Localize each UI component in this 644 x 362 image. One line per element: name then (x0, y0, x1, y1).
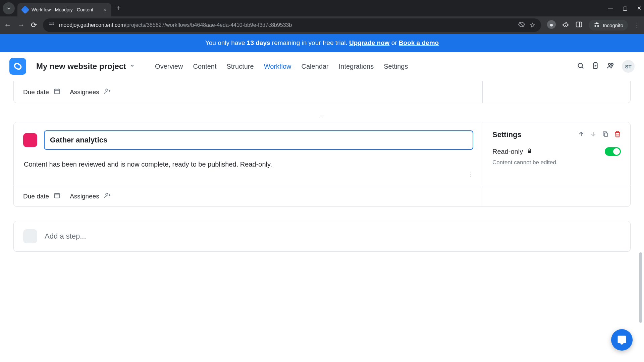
svg-rect-22 (528, 150, 531, 153)
previous-step-card-bottom: Due date Assignees (13, 81, 631, 103)
add-step-placeholder: Add a step... (45, 232, 86, 241)
move-down-button[interactable] (590, 131, 597, 139)
resize-grip-icon[interactable]: ⋰ (467, 171, 474, 178)
drag-handle-icon[interactable]: ═ (13, 113, 631, 119)
incognito-badge[interactable]: Incognito (589, 20, 628, 31)
tab-integrations[interactable]: Integrations (339, 63, 374, 70)
svg-point-2 (53, 22, 53, 23)
readonly-label: Read-only (492, 148, 523, 156)
bookmark-icon[interactable]: ☆ (530, 21, 536, 29)
due-date-label: Due date (23, 193, 49, 200)
new-tab-button[interactable]: + (117, 4, 121, 12)
svg-point-11 (611, 63, 613, 65)
close-window-button[interactable]: ✕ (637, 5, 641, 11)
step-title-input[interactable] (44, 130, 473, 150)
placeholder-color-chip (23, 229, 37, 243)
lock-icon (527, 148, 532, 155)
add-assignee-icon[interactable] (104, 88, 111, 96)
calendar-icon[interactable] (54, 88, 60, 96)
sidepanel-icon[interactable] (575, 21, 583, 30)
assignees-label: Assignees (70, 193, 99, 200)
vertical-scrollbar[interactable] (638, 92, 643, 359)
svg-point-16 (106, 89, 108, 91)
content-area: Due date Assignees ═ (0, 81, 644, 272)
step-description-textarea[interactable]: Content has been reviewed and is now com… (23, 159, 473, 178)
duplicate-button[interactable] (602, 131, 609, 139)
tab-calendar[interactable]: Calendar (302, 63, 329, 70)
back-button[interactable]: ← (4, 21, 11, 29)
maximize-button[interactable]: ▢ (623, 5, 628, 11)
browser-menu-icon[interactable]: ⋮ (634, 21, 640, 29)
due-date-label: Due date (23, 88, 49, 96)
tab-search-button[interactable] (3, 2, 15, 14)
address-bar[interactable]: moodjoy.gathercontent.com/projects/38582… (43, 18, 541, 32)
settings-heading: Settings (492, 130, 573, 139)
forward-button[interactable]: → (17, 21, 25, 29)
calendar-icon[interactable] (54, 192, 60, 200)
upgrade-now-link[interactable]: Upgrade now (349, 39, 389, 46)
tab-overview[interactable]: Overview (155, 63, 183, 70)
svg-rect-21 (604, 133, 608, 136)
tab-structure[interactable]: Structure (227, 63, 254, 70)
tab-content[interactable]: Content (193, 63, 216, 70)
extensions-icon[interactable] (562, 21, 569, 30)
browser-toolbar: ← → ⟳ moodjoy.gathercontent.com/projects… (0, 16, 644, 34)
add-step-input[interactable]: Add a step... (13, 221, 631, 252)
chevron-down-icon (129, 63, 135, 70)
clipboard-icon[interactable] (592, 62, 599, 71)
svg-rect-12 (55, 89, 60, 94)
workflow-step-card: Content has been reviewed and is now com… (13, 122, 631, 207)
browser-tab[interactable]: Workflow - Moodjoy - Content × (17, 3, 111, 16)
book-demo-link[interactable]: Book a demo (399, 39, 439, 46)
nav-tabs: Overview Content Structure Workflow Cale… (155, 63, 408, 70)
app-header: My new website project Overview Content … (0, 52, 644, 81)
minimize-button[interactable]: — (608, 5, 613, 11)
app-logo-icon[interactable] (9, 58, 26, 75)
svg-rect-5 (576, 22, 582, 27)
tab-title: Workflow - Moodjoy - Content (32, 7, 100, 12)
step-settings-panel: Settings (483, 122, 630, 186)
user-avatar[interactable]: ST (622, 60, 635, 73)
window-controls: — ▢ ✕ (608, 5, 641, 11)
svg-point-10 (608, 63, 610, 65)
url-text: moodjoy.gathercontent.com/projects/38582… (59, 22, 514, 28)
chat-fab-button[interactable] (611, 329, 633, 351)
search-icon[interactable] (577, 62, 584, 71)
profile-icon[interactable] (547, 20, 556, 31)
project-name-label: My new website project (36, 62, 126, 71)
tracking-icon[interactable] (518, 21, 525, 29)
svg-rect-23 (55, 193, 60, 198)
project-selector[interactable]: My new website project (36, 62, 135, 71)
reload-button[interactable]: ⟳ (31, 21, 37, 29)
svg-point-7 (578, 63, 583, 67)
incognito-label: Incognito (603, 22, 623, 28)
delete-button[interactable] (614, 131, 621, 139)
assignees-label: Assignees (70, 88, 99, 96)
readonly-help-text: Content cannot be edited. (492, 159, 621, 166)
browser-tab-strip: Workflow - Moodjoy - Content × + — ▢ ✕ (0, 0, 644, 16)
svg-point-27 (106, 193, 108, 195)
move-up-button[interactable] (578, 131, 585, 139)
svg-line-8 (582, 67, 583, 68)
readonly-toggle[interactable] (605, 147, 621, 156)
svg-point-3 (53, 24, 53, 25)
tab-close-button[interactable]: × (103, 6, 107, 13)
trial-banner: You only have 13 days remaining in your … (0, 34, 644, 52)
add-assignee-icon[interactable] (104, 192, 111, 200)
people-icon[interactable] (606, 62, 614, 71)
tab-settings[interactable]: Settings (384, 63, 408, 70)
step-color-chip[interactable] (23, 133, 37, 147)
tab-workflow[interactable]: Workflow (264, 63, 291, 70)
site-info-icon[interactable] (48, 21, 54, 29)
tab-favicon-icon (21, 5, 29, 14)
